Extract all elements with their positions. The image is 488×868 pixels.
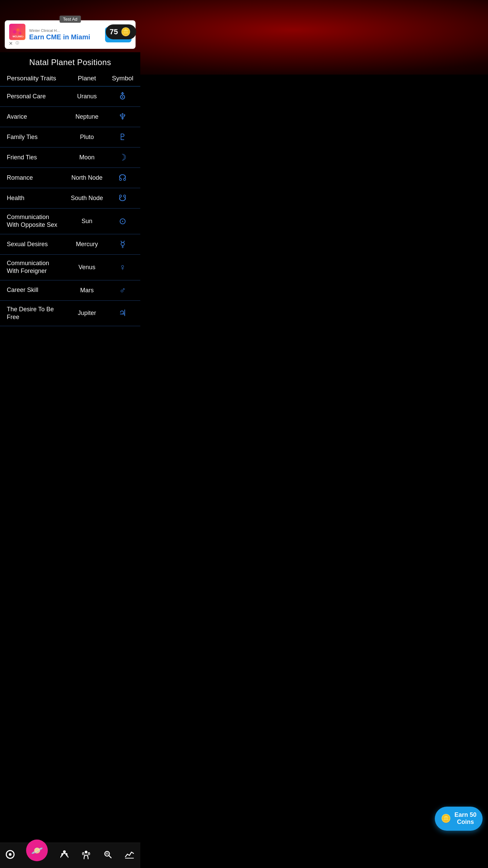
trait-cell: Romance [0,168,66,188]
test-ad-badge: Test Ad [60,16,81,23]
coins-badge: 75 🪙 [106,24,136,39]
ad-logo: WCLINICAL [9,24,25,40]
trait-cell: Sexual Desires [0,234,66,254]
svg-text:WCLINICAL: WCLINICAL [13,35,23,38]
symbol-cell: ☿ [108,234,140,254]
planet-cell: Neptune [66,107,107,127]
table-header-row: Personality Traits Planet Symbol [0,71,140,86]
ad-small-text: Winter Clinical H... [29,28,102,33]
trait-cell: Health [0,188,66,209]
symbol-cell: ♃ [108,300,140,326]
trait-cell: Career Skill [0,280,66,300]
table-section: Natal Planet Positions Personality Trait… [0,52,140,326]
symbol-cell: ♂ [108,280,140,300]
trait-cell: CommunicationWith Foreigner [0,254,66,280]
symbol-cell: ⛢ [108,86,140,107]
planet-cell: North Node [66,168,107,188]
col-header-symbol: Symbol [108,71,140,86]
table-row[interactable]: Personal CareUranus⛢ [0,86,140,107]
svg-point-2 [17,28,19,31]
symbol-cell: ♀ [108,254,140,280]
svg-point-1 [13,30,16,34]
table-row[interactable]: Career SkillMars♂ [0,280,140,300]
planet-cell: Mars [66,280,107,300]
planet-cell: Moon [66,147,107,168]
ad-close-button[interactable]: ✕ [9,41,13,46]
table-row[interactable]: The Desire To BeFreeJupiter♃ [0,300,140,326]
ad-main-text: Earn CME in Miami [29,33,102,41]
ad-info-icon: ⓘ [16,41,19,45]
planet-cell: Mercury [66,234,107,254]
trait-cell: Friend Ties [0,147,66,168]
symbol-cell: ♆ [108,107,140,127]
planet-cell: Venus [66,254,107,280]
planet-cell: Uranus [66,86,107,107]
table-row[interactable]: HealthSouth Node☋ [0,188,140,209]
symbol-cell: ☽ [108,147,140,168]
coin-count: 75 [110,27,118,36]
col-header-planet: Planet [66,71,107,86]
table-row[interactable]: Friend TiesMoon☽ [0,147,140,168]
planet-cell: South Node [66,188,107,209]
planet-table: Personality Traits Planet Symbol Persona… [0,71,140,326]
trait-cell: Family Ties [0,127,66,147]
table-row[interactable]: AvariceNeptune♆ [0,107,140,127]
symbol-cell: ☊ [108,168,140,188]
trait-cell: Avarice [0,107,66,127]
symbol-cell: ☋ [108,188,140,209]
symbol-cell: ⊙ [108,209,140,234]
symbol-cell: ♇ [108,127,140,147]
col-header-trait: Personality Traits [0,71,66,86]
trait-cell: The Desire To BeFree [0,300,66,326]
table-row[interactable]: CommunicationWith ForeignerVenus♀ [0,254,140,280]
table-row[interactable]: Family TiesPluto♇ [0,127,140,147]
svg-point-3 [19,32,21,35]
table-row[interactable]: RomanceNorth Node☊ [0,168,140,188]
table-title: Natal Planet Positions [0,52,140,71]
trait-cell: Personal Care [0,86,66,107]
planet-cell: Sun [66,209,107,234]
ad-text-area: Winter Clinical H... Earn CME in Miami [29,28,102,41]
table-row[interactable]: Sexual DesiresMercury☿ [0,234,140,254]
table-row[interactable]: CommunicationWith Opposite SexSun⊙ [0,209,140,234]
planet-cell: Pluto [66,127,107,147]
coin-icon: 🪙 [121,27,131,37]
trait-cell: CommunicationWith Opposite Sex [0,209,66,234]
planet-cell: Jupiter [66,300,107,326]
